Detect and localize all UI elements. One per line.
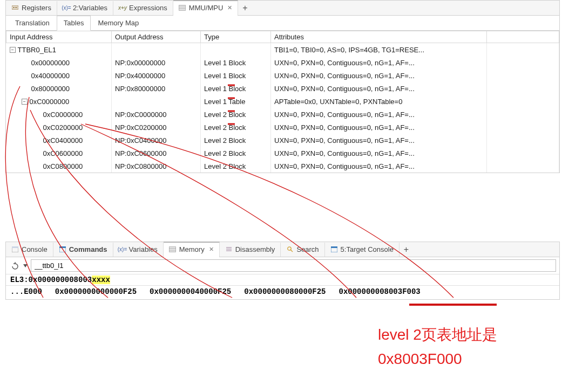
variables-icon: (x)= [119, 245, 126, 253]
history-back-button[interactable] [9, 260, 20, 271]
tab-console[interactable]: Console [6, 243, 53, 257]
type-value: Level 1 Block [201, 82, 271, 95]
output-address-value: NP:0x80000000 [112, 82, 201, 95]
tab-target-console[interactable]: 5:Target Console [325, 243, 400, 257]
subtab-tables[interactable]: Tables [57, 16, 91, 31]
table-row[interactable]: −0xC0000000Level 1 TableAPTable=0x0, UXN… [6, 95, 559, 108]
type-value: Level 1 Block [201, 56, 271, 69]
output-address-value: NP:0x00000000 [112, 56, 201, 69]
tab-label: Registers [22, 4, 51, 12]
attributes-value: UXN=0, PXN=0, Contiguous=0, nG=1, AF=... [271, 134, 487, 147]
memory-view-panel: Console Commands (x)= Variables Memory ✕… [5, 242, 560, 300]
tab-search[interactable]: Search [281, 243, 324, 257]
mmu-view-panel: Registers (x)= 2:Variables x+y Expressio… [5, 0, 560, 173]
svg-rect-20 [331, 246, 337, 248]
attributes-value: UXN=0, PXN=0, Contiguous=0, nG=1, AF=... [271, 108, 487, 121]
memory-word[interactable]: 0x0000000000000F25 [55, 287, 137, 296]
svg-rect-4 [179, 5, 186, 10]
table-row[interactable]: ⋯0x00000000NP:0x00000000Level 1 BlockUXN… [6, 56, 559, 69]
expressions-icon: x+y [119, 4, 126, 11]
input-address-value: 0xC0400000 [43, 136, 83, 145]
memory-row-offset: ...E000 [10, 287, 42, 296]
memory-data-row: ...E000 0x0000000000000F25 0x00000000400… [6, 286, 559, 299]
svg-rect-11 [169, 247, 176, 252]
annotation-text-2: 0x8003F000 [378, 350, 462, 368]
output-address-value: NP:0xC0800000 [112, 160, 201, 173]
add-view-button[interactable]: + [400, 243, 413, 256]
subtab-translation[interactable]: Translation [8, 16, 57, 31]
table-header-row: Input Address Output Address Type Attrib… [6, 31, 559, 43]
tab-disassembly[interactable]: Disassembly [220, 243, 281, 257]
tab-commands[interactable]: Commands [53, 243, 113, 257]
attributes-value: UXN=0, PXN=0, Contiguous=0, nG=1, AF=... [271, 82, 487, 95]
memory-address-input[interactable] [31, 259, 556, 272]
table-row[interactable]: ⋯0xC0200000NP:0xC0200000Level 2 BlockUXN… [6, 121, 559, 134]
memory-word[interactable]: 0x000000008003F003 [339, 287, 421, 296]
bottom-tab-bar: Console Commands (x)= Variables Memory ✕… [6, 242, 559, 257]
mmu-icon [179, 4, 186, 12]
input-address-value: 0xC0200000 [43, 123, 83, 132]
input-address-value: 0x00000000 [31, 59, 70, 67]
add-view-button[interactable]: + [238, 2, 252, 15]
input-address-value: 0x40000000 [31, 72, 70, 80]
history-dropdown-button[interactable] [22, 260, 29, 271]
collapse-icon[interactable]: − [10, 47, 16, 53]
tab-label: 5:Target Console [341, 245, 394, 253]
output-address-value: NP:0x40000000 [112, 69, 201, 82]
memory-word[interactable]: 0x0000000080000F25 [244, 287, 326, 296]
attributes-value: UXN=0, PXN=0, Contiguous=0, nG=1, AF=... [271, 121, 487, 134]
svg-rect-8 [12, 246, 18, 248]
svg-line-18 [291, 250, 293, 252]
col-extra[interactable] [487, 31, 559, 43]
table-row[interactable]: ⋯0xC0000000NP:0xC0000000Level 2 BlockUXN… [6, 108, 559, 121]
tab-label: Expressions [129, 4, 167, 12]
close-icon[interactable]: ✕ [209, 246, 214, 253]
table-row[interactable]: ⋯0xC0800000NP:0xC0800000Level 2 BlockUXN… [6, 160, 559, 173]
memory-toolbar [6, 257, 559, 274]
annotation-text-1: level 2页表地址是 [378, 325, 497, 345]
output-address-value: NP:0xC0600000 [112, 147, 201, 160]
output-address-value: NP:0xC0000000 [112, 108, 201, 121]
tab-variables[interactable]: (x)= 2:Variables [57, 1, 113, 15]
close-icon[interactable]: ✕ [227, 4, 232, 11]
col-input-address[interactable]: Input Address [6, 31, 112, 43]
tab-expressions[interactable]: x+y Expressions [113, 1, 173, 15]
table-row[interactable]: ⋯0xC0600000NP:0xC0600000Level 2 BlockUXN… [6, 147, 559, 160]
col-attributes[interactable]: Attributes [271, 31, 487, 43]
table-row[interactable]: ⋯0xC0400000NP:0xC0400000Level 2 BlockUXN… [6, 134, 559, 147]
table-row[interactable]: ⋯0x40000000NP:0x40000000Level 1 BlockUXN… [6, 69, 559, 82]
svg-rect-3 [16, 7, 17, 8]
table-row[interactable]: ⋯0x80000000NP:0x80000000Level 1 BlockUXN… [6, 82, 559, 95]
mmu-subtab-bar: Translation Tables Memory Map [6, 16, 559, 31]
type-value: Level 2 Block [201, 121, 271, 134]
table-row[interactable]: −TTBR0_EL1TBI1=0, TBI0=0, AS=0, IPS=4GB,… [6, 43, 559, 57]
tables-grid: Input Address Output Address Type Attrib… [6, 31, 559, 173]
tab-memory[interactable]: Memory ✕ [164, 242, 220, 257]
console-icon [11, 245, 19, 253]
tab-registers[interactable]: Registers [6, 1, 57, 15]
commands-icon [59, 245, 66, 253]
search-icon [286, 245, 294, 253]
output-address-value [112, 43, 201, 57]
tab-mmu-mpu[interactable]: MMU/MPU ✕ [173, 0, 239, 15]
type-value: Level 2 Block [201, 134, 271, 147]
address-prefix: EL3:0x000000008003 [10, 276, 92, 284]
attributes-value: UXN=0, PXN=0, Contiguous=0, nG=1, AF=... [271, 56, 487, 69]
svg-marker-21 [23, 264, 28, 267]
input-address-value: 0xC0000000 [30, 98, 70, 106]
target-console-icon [330, 245, 338, 253]
attributes-value: UXN=0, PXN=0, Contiguous=0, nG=1, AF=... [271, 69, 487, 82]
memory-icon [169, 246, 177, 253]
col-output-address[interactable]: Output Address [112, 31, 201, 43]
subtab-memory-map[interactable]: Memory Map [91, 16, 146, 31]
collapse-icon[interactable]: − [22, 99, 28, 105]
tab-label: Variables [129, 245, 158, 253]
registers-icon [11, 4, 19, 11]
input-address-value: 0xC0000000 [43, 111, 83, 119]
memory-word[interactable]: 0x0000000040000F25 [150, 287, 231, 296]
input-address-value: 0x80000000 [31, 85, 70, 93]
tab-variables-bottom[interactable]: (x)= Variables [113, 243, 164, 257]
output-address-value: NP:0xC0400000 [112, 134, 201, 147]
type-value: Level 2 Block [201, 160, 271, 173]
col-type[interactable]: Type [201, 31, 271, 43]
